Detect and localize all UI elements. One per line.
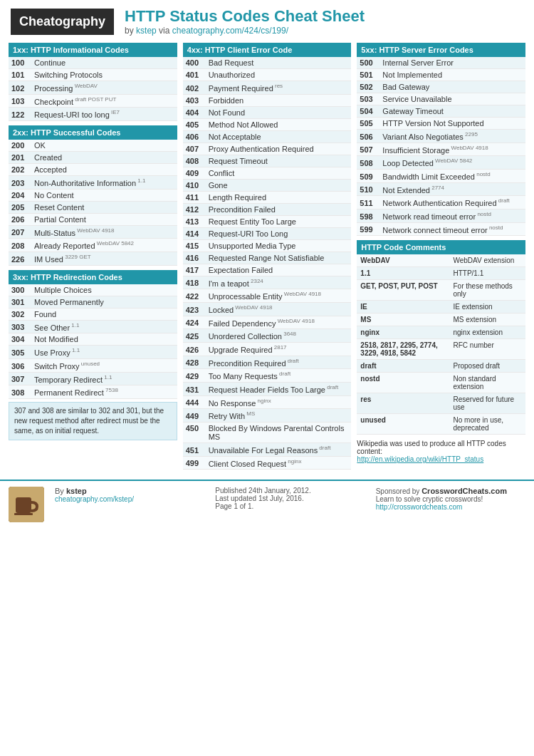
list-item: 415Unsupported Media Type xyxy=(183,240,352,252)
header-text: HTTP Status Codes Cheat Sheet by kstep v… xyxy=(125,7,365,36)
code-number: 501 xyxy=(360,71,382,79)
list-item: 200OK xyxy=(9,140,177,152)
author-link[interactable]: kstep xyxy=(136,26,157,36)
column-3: 5xx: HTTP Server Error Codes500Internal … xyxy=(354,43,528,470)
code-number: 200 xyxy=(11,141,34,150)
code-description: Locked WebDAV 4918 xyxy=(209,304,349,314)
code-number: 417 xyxy=(186,266,209,274)
code-number: 206 xyxy=(11,215,34,224)
comment-val: Reserved for future use xyxy=(449,393,525,414)
code-number: 226 xyxy=(11,255,34,264)
code-description: Checkpoint draft POST PUT xyxy=(34,96,174,106)
code-number: 424 xyxy=(186,319,209,327)
code-number: 511 xyxy=(360,199,382,207)
footer-sponsor-link[interactable]: http://crosswordcheats.com xyxy=(376,503,463,511)
code-number: 407 xyxy=(186,145,209,153)
list-item: 450Blocked By Windows Parental Controls … xyxy=(183,423,352,443)
table-row: 1.1HTTP/1.1 xyxy=(357,267,525,280)
list-item: 503Service Unavailable xyxy=(357,93,525,105)
column-1: 1xx: HTTP Informational Codes100Continue… xyxy=(6,43,180,470)
code-number: 404 xyxy=(186,108,209,117)
list-item: 305Use Proxy 1.1 xyxy=(9,346,177,359)
code-number: 408 xyxy=(186,157,209,165)
code-number: 304 xyxy=(11,335,34,343)
list-item: 406Not Acceptable xyxy=(183,131,352,143)
list-item: 431Request Header Fields Too Large draft xyxy=(183,383,352,396)
code-description: Insufficient Storage WebDAV 4918 xyxy=(382,145,523,155)
code-number: 102 xyxy=(11,84,34,93)
code-number: 401 xyxy=(186,71,209,79)
comment-key: WebDAV xyxy=(357,254,449,267)
code-description: Use Proxy 1.1 xyxy=(34,347,174,357)
column-2: 4xx: HTTP Client Error Code400Bad Reques… xyxy=(180,43,355,470)
comments-table: WebDAVWebDAV extension1.1HTTP/1.1GET, PO… xyxy=(357,254,525,435)
code-description: Requested Range Not Satisfiable xyxy=(209,254,349,262)
code-number: 503 xyxy=(360,95,382,103)
footer-author-url[interactable]: cheatography.com/kstep/ xyxy=(55,495,134,503)
code-number: 305 xyxy=(11,348,34,357)
code-description: Unauthorized xyxy=(209,71,349,79)
author-line: by kstep via cheatography.com/424/cs/199… xyxy=(125,26,365,36)
code-description: Not Found xyxy=(209,108,349,117)
code-description: IM Used 3229 GET xyxy=(34,254,174,264)
comment-key: 2518, 2817, 2295, 2774, 3229, 4918, 5842 xyxy=(357,339,449,360)
list-item: 425Unordered Collection 3648 xyxy=(183,329,352,343)
comment-key: 1.1 xyxy=(357,267,449,280)
list-item: 501Not Implemented xyxy=(357,69,525,81)
comment-key: MS xyxy=(357,314,449,326)
code-description: HTTP Version Not Supported xyxy=(382,119,523,128)
footer-sponsor-text: Learn to solve cryptic crosswords! xyxy=(376,495,483,503)
footer-author-col: By kstepcheatography.com/kstep/ xyxy=(55,487,204,503)
code-description: Request Timeout xyxy=(209,157,349,165)
code-description: Partial Content xyxy=(34,215,174,224)
comment-val: MS extension xyxy=(449,314,525,326)
code-description: Switching Protocols xyxy=(34,71,174,79)
code-number: 303 xyxy=(11,323,34,331)
list-item: 205Reset Content xyxy=(9,202,177,214)
code-description: Multi-Status WebDAV 4918 xyxy=(34,227,174,237)
code-description: No Content xyxy=(34,191,174,200)
comment-val: nginx extension xyxy=(449,326,525,339)
wiki-link[interactable]: http://en.wikipedia.org/wiki/HTTP_status xyxy=(357,455,483,463)
code-number: 307 xyxy=(11,375,34,383)
code-description: Expectation Failed xyxy=(209,266,349,274)
list-item: 451Unavailable For Legal Reasons draft xyxy=(183,443,352,457)
list-item: 206Partial Content xyxy=(9,214,177,226)
note-box: 307 and 308 are similar to 302 and 301, … xyxy=(9,402,177,440)
list-item: 404Not Found xyxy=(183,107,352,119)
section-header: 1xx: HTTP Informational Codes xyxy=(9,43,177,57)
table-row: resReserved for future use xyxy=(357,393,525,414)
list-item: 414Request-URI Too Long xyxy=(183,228,352,240)
cheatography-link[interactable]: cheatography.com/424/cs/199/ xyxy=(172,26,288,36)
code-description: No Response nginx xyxy=(209,398,349,408)
code-number: 599 xyxy=(360,225,382,234)
code-number: 510 xyxy=(360,185,382,194)
code-description: Multiple Choices xyxy=(34,286,174,294)
list-item: 444No Response nginx xyxy=(183,396,352,410)
main-grid: 1xx: HTTP Informational Codes100Continue… xyxy=(0,43,534,475)
list-item: 424Failed Dependency WebDAV 4918 xyxy=(183,316,352,330)
code-description: Reset Content xyxy=(34,203,174,212)
code-description: Network read timeout error nostd xyxy=(382,211,523,221)
code-description: Forbidden xyxy=(209,96,349,105)
list-item: 207Multi-Status WebDAV 4918 xyxy=(9,226,177,239)
list-item: 405Method Not Allowed xyxy=(183,119,352,131)
code-number: 100 xyxy=(11,58,34,67)
code-number: 431 xyxy=(186,385,209,394)
list-item: 303See Other 1.1 xyxy=(9,321,177,334)
code-number: 451 xyxy=(186,446,209,455)
svg-rect-1 xyxy=(16,497,31,513)
list-item: 410Gone xyxy=(183,180,352,192)
comment-val: HTTP/1.1 xyxy=(449,267,525,280)
code-description: Continue xyxy=(34,58,174,67)
list-item: 302Found xyxy=(9,309,177,321)
code-description: Non-Authoritative Information 1.1 xyxy=(34,177,174,187)
code-number: 204 xyxy=(11,191,34,200)
code-number: 301 xyxy=(11,298,34,306)
code-description: Unordered Collection 3648 xyxy=(209,331,349,341)
code-description: Request Entity Too Large xyxy=(209,217,349,226)
code-description: Permanent Redirect 7538 xyxy=(34,387,174,397)
code-number: 402 xyxy=(186,84,209,93)
comments-section: HTTP Code CommentsWebDAVWebDAV extension… xyxy=(357,240,525,465)
list-item: 403Forbidden xyxy=(183,95,352,107)
